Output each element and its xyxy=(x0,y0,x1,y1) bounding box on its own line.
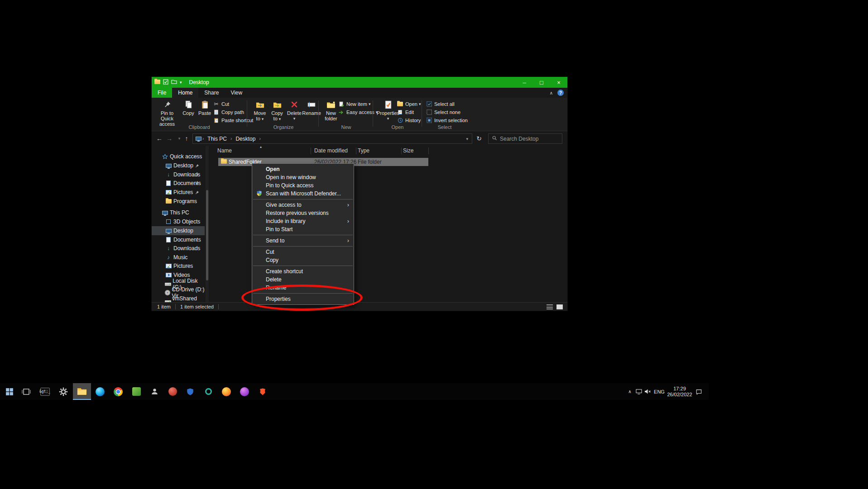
history-button[interactable]: History xyxy=(396,116,421,124)
sidebar-item-vmshared[interactable]: vmShared (\\VB xyxy=(152,297,205,302)
address-history-chevron-icon[interactable]: ▾ xyxy=(466,137,472,141)
start-button[interactable] xyxy=(0,383,19,400)
qat-properties-icon[interactable] xyxy=(163,79,168,86)
context-menu-item-delete[interactable]: Delete xyxy=(252,275,354,284)
search-box[interactable] xyxy=(488,133,562,144)
command-prompt-taskbar-icon[interactable]: &gt;_ xyxy=(36,383,54,400)
refresh-button[interactable]: ↻ xyxy=(474,133,484,144)
context-menu-item-pin-to-start[interactable]: Pin to Start xyxy=(252,225,354,233)
breadcrumb[interactable]: › This PC › Desktop › ▾ xyxy=(192,133,472,144)
invert-selection-button[interactable]: Invert selection xyxy=(425,116,468,124)
sidebar-section-quick-access[interactable]: Quick access xyxy=(152,152,205,161)
sidebar-section-this-pc[interactable]: This PC xyxy=(152,208,205,217)
large-icons-view-button[interactable] xyxy=(556,304,563,309)
chrome-taskbar-icon[interactable] xyxy=(109,383,127,400)
select-all-button[interactable]: Select all xyxy=(425,100,455,108)
people-taskbar-icon[interactable] xyxy=(145,383,163,400)
sidebar-item-downloads-qa[interactable]: ↓ Downloads xyxy=(152,170,205,179)
context-menu-item-rename[interactable]: Rename xyxy=(252,284,354,292)
tab-view[interactable]: View xyxy=(225,88,248,98)
context-menu-item-restore-previous-versions[interactable]: Restore previous versions xyxy=(252,209,354,217)
teal-app-taskbar-icon[interactable] xyxy=(199,383,217,400)
sidebar-item-programs[interactable]: Programs xyxy=(152,197,205,206)
edit-button[interactable]: Edit xyxy=(396,108,414,116)
sidebar-item-3d-objects[interactable]: 3D Objects xyxy=(152,217,205,226)
context-menu-item-copy[interactable]: Copy xyxy=(252,256,354,264)
copy-to-button[interactable]: Copy to ▾ xyxy=(269,99,285,122)
sidebar-item-documents-qa[interactable]: Documents xyxy=(152,179,205,188)
context-menu-item-cut[interactable]: Cut xyxy=(252,248,354,256)
help-icon[interactable]: ? xyxy=(557,90,564,96)
rename-button[interactable]: Rename xyxy=(303,99,320,116)
column-header-type[interactable]: Type xyxy=(358,147,369,154)
open-button[interactable]: Open ▾ xyxy=(396,100,421,108)
collapse-ribbon-icon[interactable]: ∧ xyxy=(550,90,553,95)
minimize-button[interactable]: – xyxy=(516,77,533,88)
column-separator[interactable] xyxy=(311,147,311,154)
paste-button[interactable]: Paste xyxy=(197,99,212,116)
qat-new-folder-icon[interactable] xyxy=(171,79,177,85)
copy-button[interactable]: Copy xyxy=(181,99,196,116)
context-menu-item-give-access-to[interactable]: Give access to› xyxy=(252,201,354,209)
forward-button[interactable]: → xyxy=(164,133,174,144)
settings-taskbar-icon[interactable] xyxy=(54,383,72,400)
context-menu-item-create-shortcut[interactable]: Create shortcut xyxy=(252,267,354,275)
sidebar-item-pictures[interactable]: Pictures xyxy=(152,261,205,271)
column-header-name[interactable]: Name xyxy=(217,147,232,154)
green-app-taskbar-icon[interactable] xyxy=(127,383,145,400)
select-none-button[interactable]: Select none xyxy=(425,108,460,116)
context-menu-item-properties[interactable]: Properties xyxy=(252,295,354,303)
cut-button[interactable]: ✂ Cut xyxy=(212,100,229,108)
breadcrumb-this-pc[interactable]: This PC xyxy=(205,136,230,142)
tray-language-label[interactable]: ENG xyxy=(652,383,666,400)
shield-app-taskbar-icon[interactable] xyxy=(181,383,199,400)
edge-taskbar-icon[interactable] xyxy=(91,383,109,400)
column-header-size[interactable]: Size xyxy=(403,147,413,154)
back-button[interactable]: ← xyxy=(154,133,164,144)
easy-access-button[interactable]: Easy access ▾ xyxy=(337,108,378,116)
qat-dropdown-icon[interactable]: ▾ xyxy=(180,80,182,85)
file-menu-button[interactable]: File xyxy=(152,88,172,98)
new-item-button[interactable]: New item ▾ xyxy=(337,100,370,108)
context-menu-item-open-in-new-window[interactable]: Open in new window xyxy=(252,173,354,181)
purple-app-taskbar-icon[interactable] xyxy=(235,383,254,400)
sidebar-item-desktop-qa[interactable]: Desktop xyxy=(152,161,205,170)
maximize-button[interactable]: □ xyxy=(533,77,550,88)
pin-to-quick-access-button[interactable]: Pin to Quick access xyxy=(154,99,180,127)
file-explorer-taskbar-icon[interactable] xyxy=(73,383,91,400)
delete-button[interactable]: Delete ▾ xyxy=(286,99,302,121)
copy-path-button[interactable]: Copy path xyxy=(212,108,244,116)
tray-display-icon[interactable] xyxy=(634,383,643,400)
sidebar-item-documents[interactable]: Documents xyxy=(152,235,205,244)
task-view-button[interactable] xyxy=(17,383,35,400)
context-menu-item-include-in-library[interactable]: Include in library› xyxy=(252,217,354,225)
tray-expand-chevron-icon[interactable]: ∧ xyxy=(625,383,634,400)
action-center-button[interactable] xyxy=(693,383,704,400)
nav-scrollbar-thumb[interactable] xyxy=(206,190,208,280)
context-menu-item-send-to[interactable]: Send to› xyxy=(252,237,354,245)
sidebar-item-downloads[interactable]: ↓ Downloads xyxy=(152,244,205,253)
tab-home[interactable]: Home xyxy=(172,88,198,98)
details-view-button[interactable] xyxy=(547,304,553,309)
context-menu-item-pin-to-quick-access[interactable]: Pin to Quick access xyxy=(252,181,354,190)
red-app-taskbar-icon[interactable] xyxy=(163,383,182,400)
sidebar-item-music[interactable]: ♪ Music xyxy=(152,253,205,262)
column-header-date-modified[interactable]: Date modified xyxy=(314,147,348,154)
move-to-button[interactable]: Move to ▾ xyxy=(252,99,268,122)
up-button[interactable]: ↑ xyxy=(182,133,192,144)
context-menu-item-open[interactable]: Open xyxy=(252,165,354,173)
breadcrumb-desktop[interactable]: Desktop xyxy=(233,136,258,142)
sidebar-item-pictures-qa[interactable]: Pictures xyxy=(152,188,205,197)
titlebar[interactable]: ▾ Desktop – □ × xyxy=(152,77,567,88)
column-separator[interactable] xyxy=(356,147,356,154)
context-menu-item-scan-with-defender[interactable]: Scan with Microsoft Defender... xyxy=(252,190,354,198)
tab-share[interactable]: Share xyxy=(198,88,225,98)
close-button[interactable]: × xyxy=(550,77,567,88)
taskbar-clock[interactable]: 17:29 26/02/2022 xyxy=(666,383,693,400)
tray-volume-icon[interactable] xyxy=(643,383,652,400)
sidebar-item-desktop[interactable]: Desktop xyxy=(152,226,205,235)
firefox-taskbar-icon[interactable] xyxy=(217,383,235,400)
column-separator[interactable] xyxy=(428,147,429,154)
search-input[interactable] xyxy=(500,136,554,142)
column-separator[interactable] xyxy=(401,147,402,154)
